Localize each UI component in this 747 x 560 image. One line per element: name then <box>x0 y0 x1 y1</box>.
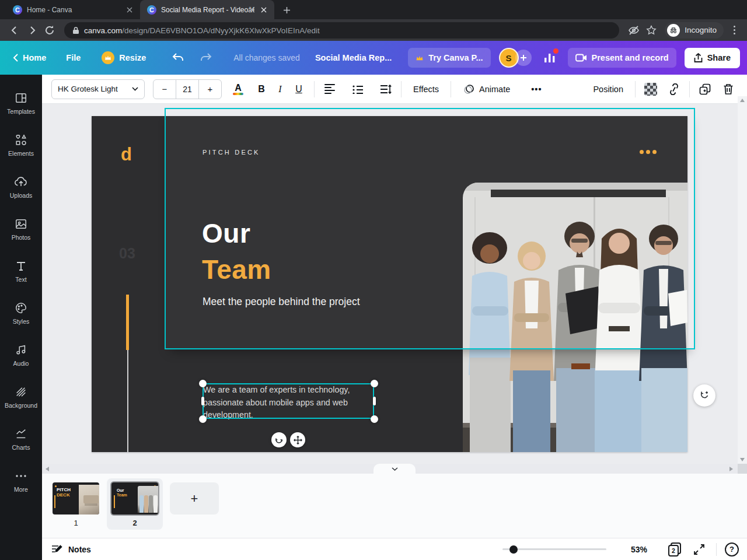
sidebar-item-audio[interactable]: Audio <box>0 334 42 376</box>
more-options-button[interactable]: ••• <box>525 79 547 99</box>
sidebar-item-more[interactable]: More <box>0 460 42 502</box>
sidebar-item-elements[interactable]: Elements <box>0 124 42 166</box>
line-spacing-button[interactable] <box>376 79 395 99</box>
file-menu-button[interactable]: File <box>60 48 86 67</box>
forward-button[interactable] <box>23 22 41 39</box>
selection-handle-ne[interactable] <box>371 380 378 387</box>
selection-handle-nw[interactable] <box>199 380 207 387</box>
page-filmstrip: PITCHDECK 1 OurTeam 2 <box>42 474 747 538</box>
selection-handle-w[interactable] <box>201 397 204 405</box>
font-size-value[interactable]: 21 <box>176 80 199 99</box>
tab-close-icon[interactable] <box>125 5 134 15</box>
selection-handle-sw[interactable] <box>199 415 207 423</box>
redo-button[interactable] <box>194 48 218 68</box>
grid-view-button[interactable]: 2 <box>668 542 681 556</box>
slide-kicker[interactable]: PITCH DECK <box>203 149 260 156</box>
undo-button[interactable] <box>166 48 190 68</box>
font-size-increase[interactable]: + <box>199 80 221 99</box>
tab-home-canva[interactable]: C Home - Canva <box>6 0 140 19</box>
position-button[interactable]: Position <box>587 79 629 99</box>
brand-logo[interactable]: d <box>121 144 132 165</box>
collapse-filmstrip-button[interactable] <box>374 464 416 474</box>
reload-button[interactable] <box>41 22 58 39</box>
bullet-list-button[interactable] <box>348 79 367 99</box>
try-canva-pro-button[interactable]: Try Canva P... <box>408 48 490 68</box>
font-family-select[interactable]: HK Grotesk Light <box>51 79 145 99</box>
scroll-down-icon[interactable] <box>740 458 745 461</box>
design-workspace: d PITCH DECK 03 Our Team Meet the people… <box>42 104 738 464</box>
home-button[interactable]: Home <box>7 48 52 67</box>
checkerboard-icon <box>644 83 657 96</box>
horizontal-scrollbar[interactable] <box>42 464 738 474</box>
textbox-selection-outline[interactable] <box>203 383 374 419</box>
vertical-scrollbar[interactable] <box>738 96 747 464</box>
accent-bar[interactable] <box>126 295 129 350</box>
background-icon <box>14 385 28 399</box>
zoom-level[interactable]: 53% <box>631 545 647 554</box>
selection-handle-se[interactable] <box>371 415 378 423</box>
bold-button[interactable]: B <box>252 79 271 99</box>
back-button[interactable] <box>6 22 23 39</box>
selection-handle-e[interactable] <box>373 397 376 405</box>
canva-header: Home File Resize All changes saved Socia… <box>0 41 747 75</box>
video-camera-icon <box>575 54 587 62</box>
sidebar-item-text[interactable]: Text <box>0 250 42 292</box>
present-and-record-button[interactable]: Present and record <box>568 48 676 68</box>
animate-button[interactable]: Animate <box>457 79 516 99</box>
delete-button[interactable] <box>719 79 738 99</box>
text-align-button[interactable] <box>320 79 339 99</box>
add-member-button[interactable] <box>515 50 532 66</box>
italic-button[interactable]: I <box>271 79 289 99</box>
duplicate-button[interactable] <box>696 79 714 99</box>
page-1-cell[interactable]: PITCHDECK 1 <box>53 482 99 527</box>
decorative-dots[interactable] <box>640 150 657 154</box>
zoom-slider[interactable] <box>502 548 606 550</box>
tab-close-icon[interactable] <box>259 5 268 15</box>
notes-button[interactable]: Notes <box>51 544 91 555</box>
link-button[interactable] <box>665 79 683 99</box>
zoom-slider-knob[interactable] <box>509 545 518 554</box>
slide-page-2[interactable]: d PITCH DECK 03 Our Team Meet the people… <box>92 116 687 452</box>
scroll-right-icon[interactable] <box>729 467 733 471</box>
slide-number[interactable]: 03 <box>119 245 135 262</box>
sidebar-item-uploads[interactable]: Uploads <box>0 166 42 208</box>
url-bar[interactable]: canva.com/design/DAE6VBNO1OA/dNyyXjkK6Xl… <box>64 22 619 38</box>
document-title[interactable]: Social Media Rep... <box>315 53 392 62</box>
effects-button[interactable]: Effects <box>407 79 445 99</box>
eye-off-icon[interactable] <box>625 22 643 39</box>
slide-subtitle[interactable]: Meet the people behind the project <box>203 296 360 308</box>
fullscreen-button[interactable] <box>694 544 704 555</box>
tab-social-media-report[interactable]: C Social Media Report - Videoâ€¦ <box>140 0 274 19</box>
magic-assistant-button[interactable] <box>693 384 715 407</box>
text-color-button[interactable]: A <box>229 83 247 95</box>
new-tab-button[interactable] <box>279 2 294 18</box>
incognito-label: Incognito <box>685 26 717 34</box>
slide-title[interactable]: Our Team <box>202 215 271 288</box>
sidebar-item-background[interactable]: Background <box>0 376 42 418</box>
move-handle[interactable] <box>290 432 305 447</box>
scroll-left-icon[interactable] <box>46 467 49 471</box>
page-2-thumbnail[interactable]: OurTeam <box>111 482 158 514</box>
transparency-button[interactable] <box>641 79 660 99</box>
browser-menu-icon[interactable] <box>727 23 741 37</box>
sidebar-item-templates[interactable]: Templates <box>0 82 42 124</box>
sidebar-item-charts[interactable]: Charts <box>0 418 42 460</box>
bookmark-star-icon[interactable] <box>643 22 660 39</box>
page-1-thumbnail[interactable]: PITCHDECK <box>53 482 99 514</box>
font-size-decrease[interactable]: − <box>153 80 176 99</box>
page-2-cell-selected[interactable]: OurTeam 2 <box>107 478 163 530</box>
sidebar-item-styles[interactable]: Styles <box>0 292 42 334</box>
insights-chart-button[interactable] <box>540 48 560 68</box>
resize-button[interactable]: Resize <box>96 47 152 69</box>
divider <box>635 81 636 97</box>
add-page-button[interactable]: + <box>170 482 219 514</box>
rotate-handle[interactable] <box>271 432 287 447</box>
underline-button[interactable]: U <box>289 79 308 99</box>
scroll-up-icon[interactable] <box>740 99 745 102</box>
sidebar-item-photos[interactable]: Photos <box>0 208 42 250</box>
tab-title: Home - Canva <box>27 6 120 14</box>
share-button[interactable]: Share <box>685 48 740 68</box>
url-path: /design/DAE6VBNO1OA/dNyyXjkK6XlwXkPVoIEI… <box>122 26 319 35</box>
team-photo[interactable] <box>463 183 687 452</box>
help-button[interactable]: ? <box>725 542 739 556</box>
